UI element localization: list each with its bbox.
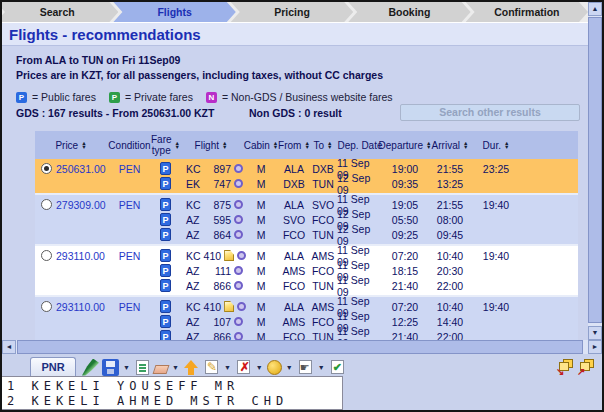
fare-type-cell: P (152, 278, 179, 293)
condition-value: PEN (119, 250, 141, 262)
flight-cell: AZ595 (179, 212, 243, 227)
from-cell: ALA (279, 248, 309, 263)
search-summary: From ALA to TUN on Fri 11Sep09 Prices ar… (16, 53, 588, 83)
breadcrumb-step-search[interactable]: Search (2, 2, 118, 22)
display-document-icon[interactable] (331, 360, 344, 374)
fare-type-cell: P (152, 197, 179, 212)
price-value: 250631.00 (56, 163, 106, 175)
flight-number: 864 (207, 229, 231, 241)
column-header-arrival[interactable]: Arrival (427, 140, 473, 151)
breadcrumb-step-pricing[interactable]: Pricing (231, 2, 353, 22)
column-header-from[interactable]: From (279, 140, 309, 151)
flight-number: 410 (204, 301, 222, 313)
cabin-cell: M (243, 197, 279, 212)
upload-arrow-icon[interactable] (183, 359, 200, 376)
signature-quill-icon[interactable] (82, 359, 99, 376)
recommendation-row[interactable]: 250631.00PENPKC897MALADXB11 Sep 0919:002… (35, 159, 578, 195)
column-header-price[interactable]: Price (35, 140, 107, 151)
duration-value: 23:25 (483, 163, 509, 175)
arrival-time-cell: 20:30 (427, 263, 473, 278)
sort-icon[interactable] (504, 141, 509, 150)
fare-type-badge-icon: P (16, 92, 27, 103)
column-header-flight[interactable]: Flight (179, 140, 243, 151)
copy-document-icon[interactable] (136, 360, 149, 375)
to-cell: FCO (309, 314, 337, 329)
recommendation-radio[interactable] (41, 163, 52, 174)
dropdown-arrow-icon[interactable]: ▼ (123, 364, 130, 371)
recommendation-row[interactable]: 293110.00PENPKC410MALAAMS11 Sep 0907:201… (35, 246, 578, 297)
sort-icon[interactable] (81, 141, 86, 150)
dropdown-arrow-icon[interactable]: ▼ (172, 364, 179, 371)
pnr-toolbar: ▼▼▼▼▼▼ (82, 357, 346, 377)
departure-time-cell: 18:15 (383, 263, 427, 278)
expand-panel-icon[interactable]: ↗ (578, 359, 594, 373)
flight-number: 875 (207, 199, 231, 211)
search-other-results-button[interactable]: Search other results (400, 104, 580, 121)
fare-type-badge-icon: P (109, 92, 120, 103)
column-header-label: Condition (108, 140, 150, 151)
recommendation-radio[interactable] (41, 199, 52, 210)
legend-label-2: = Non-GDS / Business website fares (222, 91, 393, 103)
condition-cell: PEN (107, 299, 152, 314)
to-cell: FCO (309, 263, 337, 278)
fare-coin-icon[interactable] (267, 360, 282, 375)
column-header-fare-type[interactable]: Fare type (152, 134, 179, 156)
pnr-tab[interactable]: PNR (30, 357, 76, 376)
fare-type-cell: P (152, 161, 179, 176)
cancel-notepad-icon[interactable] (237, 360, 250, 374)
recommendation-row[interactable]: 279309.00PENPKC875MALASVO11 Sep 0919:052… (35, 195, 578, 246)
airline-code: KC (186, 250, 201, 262)
flight-cell: AZ864 (179, 227, 243, 242)
public-fare-icon: P (160, 213, 171, 226)
column-header-cabin[interactable]: Cabin (243, 140, 279, 151)
breadcrumb-step-booking[interactable]: Booking (348, 2, 470, 22)
vertical-scrollbar-thumb[interactable] (588, 17, 602, 323)
flight-cell: KC897 (179, 161, 243, 176)
save-pnr-icon[interactable] (102, 359, 119, 376)
scroll-down-icon[interactable]: ▼ (588, 326, 602, 340)
cabin-cell: M (243, 314, 279, 329)
sort-icon[interactable] (327, 141, 332, 150)
horizontal-scrollbar-thumb[interactable] (17, 340, 583, 354)
arrival-time-cell: 08:00 (427, 212, 473, 227)
dropdown-arrow-icon[interactable]: ▼ (286, 364, 293, 371)
recommendation-radio[interactable] (41, 250, 52, 261)
scroll-left-icon[interactable]: ◄ (2, 340, 16, 354)
column-header-departure[interactable]: Departure (383, 140, 427, 151)
vertical-scrollbar[interactable]: ▲ ▼ (588, 2, 602, 340)
dropdown-arrow-icon[interactable]: ▼ (256, 364, 263, 371)
application-window: SearchFlightsPricingBookingConfirmation … (0, 0, 604, 412)
price-value: 293110.00 (56, 250, 105, 262)
edit-notepad-icon[interactable] (205, 360, 218, 374)
scroll-right-icon[interactable]: ► (588, 340, 602, 354)
horizontal-scrollbar[interactable]: ◄ ► (2, 340, 602, 354)
to-cell: AMS (309, 248, 337, 263)
paper-ticket-icon (224, 301, 234, 312)
sort-icon[interactable] (463, 141, 468, 150)
breadcrumb-step-flights[interactable]: Flights (113, 2, 235, 22)
column-header-to[interactable]: To (309, 140, 337, 151)
dropdown-arrow-icon[interactable]: ▼ (224, 364, 231, 371)
fare-type-cell: P (152, 176, 179, 191)
eraser-icon[interactable] (152, 365, 169, 374)
arrival-time-cell: 10:40 (427, 299, 473, 314)
fare-type-cell: P (152, 314, 179, 329)
recommendation-radio[interactable] (41, 301, 52, 312)
legend-label-1: = Private fares (125, 91, 193, 103)
arrival-time-cell: 13:25 (427, 176, 473, 191)
detach-panel-icon[interactable]: ↘ (557, 359, 573, 373)
eticket-icon (234, 230, 243, 239)
price-cell: 293110.00 (35, 299, 107, 314)
dropdown-arrow-icon[interactable]: ▼ (318, 364, 325, 371)
eticket-icon (234, 215, 243, 224)
flight-cell: KC875 (179, 197, 243, 212)
panel-window-controls: ↘↗ (557, 359, 594, 373)
to-cell: TUN (309, 227, 337, 242)
point-document-icon[interactable] (299, 360, 312, 374)
breadcrumb-step-confirmation[interactable]: Confirmation (466, 2, 588, 22)
sort-icon[interactable] (222, 141, 227, 150)
scroll-up-icon[interactable]: ▲ (588, 2, 602, 16)
condition-value: PEN (119, 199, 141, 211)
column-header-dur-[interactable]: Dur. (473, 140, 519, 151)
fare-type-cell: P (152, 299, 179, 314)
